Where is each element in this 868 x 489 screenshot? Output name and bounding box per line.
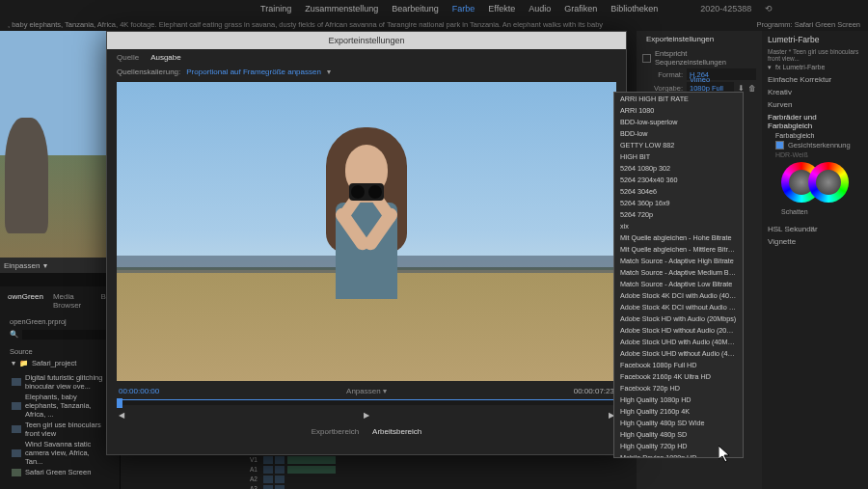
- preset-option[interactable]: Facebook 1080p Full HD: [614, 359, 743, 370]
- ws-tab[interactable]: Audio: [529, 4, 551, 14]
- preset-option[interactable]: xix: [614, 220, 743, 231]
- preset-option[interactable]: Adobe Stock 4K DCI with Audio (40Mbps): [614, 289, 743, 301]
- match-sequence-checkbox[interactable]: [642, 54, 651, 63]
- track-toggle[interactable]: [263, 475, 273, 483]
- project-item[interactable]: Safari Green Screen: [4, 467, 116, 477]
- search-input[interactable]: [22, 330, 110, 340]
- preset-option[interactable]: 5264 360p 16x9: [614, 197, 743, 208]
- lumetri-section[interactable]: Kurven: [768, 98, 862, 111]
- in-point-icon[interactable]: ◀: [119, 411, 124, 420]
- track-label[interactable]: A3: [245, 485, 262, 489]
- track-label[interactable]: A1: [245, 466, 262, 473]
- track-toggle[interactable]: [263, 485, 273, 490]
- preset-option[interactable]: High Quality 480p SD: [614, 428, 743, 440]
- preset-option[interactable]: High Quality 2160p 4K: [614, 405, 743, 417]
- lumetri-section[interactable]: Einfache Korrektur: [768, 73, 862, 86]
- project-item[interactable]: Wind Savanna static camera view, Africa,…: [4, 439, 116, 467]
- dialog-titlebar[interactable]: Exporteinstellungen: [107, 32, 626, 49]
- ws-tab[interactable]: Grafiken: [564, 4, 597, 14]
- project-item[interactable]: Digital futuristic glitching binocular v…: [4, 372, 116, 392]
- color-wheel-mid[interactable]: [808, 162, 849, 203]
- track-toggle[interactable]: [263, 466, 273, 474]
- ws-tab[interactable]: Zusammenstellung: [305, 4, 378, 14]
- preset-option[interactable]: Mit Quelle abgleichen - Hohe Bitrate: [614, 231, 743, 243]
- video-track[interactable]: V1: [245, 455, 652, 464]
- range-tab[interactable]: Arbeitsbereich: [372, 427, 421, 436]
- audio-track[interactable]: A1: [245, 465, 652, 474]
- play-icon[interactable]: ▶: [364, 411, 369, 420]
- sync-icon[interactable]: ⟲: [765, 4, 773, 14]
- tab-output[interactable]: Ausgabe: [150, 53, 181, 62]
- project-item[interactable]: Elephants, baby elephants, Tanzania, Afr…: [4, 392, 116, 420]
- ws-tab[interactable]: Farbe: [452, 4, 475, 14]
- preset-option[interactable]: GETTY LOW 882: [614, 139, 743, 150]
- chevron-down-icon[interactable]: ▾: [43, 261, 47, 270]
- fit-dropdown[interactable]: Anpassen ▾: [346, 387, 387, 395]
- scrub-bar[interactable]: [117, 399, 616, 405]
- preset-option[interactable]: High Quality 1080p HD: [614, 394, 743, 405]
- preset-option[interactable]: 5264 2304x40 360: [614, 174, 743, 185]
- preset-option[interactable]: Match Source - Adaptive Medium Bitrate: [614, 266, 743, 278]
- panel-tab[interactable]: ownGreen: [8, 292, 43, 310]
- preset-option[interactable]: High Quality 480p SD Wide: [614, 417, 743, 428]
- search-icon[interactable]: 🔍: [10, 330, 18, 340]
- preset-option[interactable]: Adobe Stock HD without Audio (20Mbps): [614, 324, 743, 336]
- timecode-in[interactable]: 00:00:00:00: [119, 387, 159, 395]
- audio-track[interactable]: A2: [245, 475, 652, 483]
- project-item[interactable]: Teen girl use binoculars front view: [4, 420, 116, 439]
- track-toggle[interactable]: [275, 485, 285, 490]
- lumetri-section[interactable]: Kreativ: [768, 86, 862, 98]
- track-label[interactable]: V1: [245, 456, 262, 463]
- preset-dropdown-list[interactable]: ARRI HIGH BIT RATEARRI 1080BDD-low-super…: [613, 92, 744, 458]
- preset-option[interactable]: Adobe Stock UHD without Audio (40Mbps): [614, 347, 743, 359]
- preset-option[interactable]: 5264 304e6: [614, 185, 743, 197]
- preset-option[interactable]: Mobile Device 1080p HD: [614, 451, 743, 458]
- lumetri-section[interactable]: HSL Sekundär: [768, 223, 862, 235]
- lumetri-section[interactable]: Farbräder und Farbabgleich: [768, 111, 862, 132]
- lumetri-section[interactable]: Vignette: [768, 235, 862, 248]
- track-toggle[interactable]: [275, 466, 285, 474]
- preset-option[interactable]: ARRI 1080: [614, 104, 743, 116]
- track-label[interactable]: A2: [245, 475, 262, 482]
- column-header[interactable]: Source: [4, 345, 116, 358]
- chevron-down-icon[interactable]: ▾: [768, 64, 772, 71]
- scale-dropdown[interactable]: Proportional auf Framegröße anpassen: [186, 68, 321, 76]
- ws-tab[interactable]: Training: [260, 4, 291, 14]
- preset-option[interactable]: ARRI HIGH BIT RATE: [614, 93, 743, 104]
- chevron-down-icon[interactable]: ▾: [327, 68, 331, 76]
- source-controls[interactable]: [0, 273, 120, 286]
- preset-option[interactable]: Facebook 720p HD: [614, 382, 743, 394]
- preset-option[interactable]: BDD-low: [614, 127, 743, 139]
- delete-preset-icon[interactable]: 🗑: [748, 84, 756, 93]
- playhead[interactable]: [117, 398, 122, 408]
- preset-option[interactable]: Match Source - Adaptive Low Bitrate: [614, 278, 743, 289]
- preset-option[interactable]: Mit Quelle abgleichen - Mittlere Bitrate: [614, 243, 743, 255]
- track-toggle[interactable]: [275, 456, 285, 464]
- clip[interactable]: [287, 456, 336, 464]
- panel-tab[interactable]: Media Browser: [53, 292, 92, 310]
- clip[interactable]: [287, 466, 336, 474]
- preset-option[interactable]: Adobe Stock HD with Audio (20Mbps): [614, 312, 743, 324]
- fit-dropdown[interactable]: Einpassen: [4, 261, 40, 270]
- preset-option[interactable]: BDD-low-superlow: [614, 116, 743, 127]
- face-detect-checkbox[interactable]: [775, 141, 784, 149]
- ws-tab[interactable]: Effekte: [488, 4, 515, 14]
- preset-option[interactable]: 5264 1080p 302: [614, 162, 743, 174]
- output-preview[interactable]: [117, 82, 616, 381]
- preset-option[interactable]: HIGH BIT: [614, 150, 743, 162]
- preset-option[interactable]: High Quality 720p HD: [614, 440, 743, 451]
- ws-tab[interactable]: Bibliotheken: [610, 4, 658, 14]
- audio-track[interactable]: A3: [245, 484, 652, 489]
- tab-source[interactable]: Quelle: [117, 53, 139, 62]
- track-toggle[interactable]: [263, 456, 273, 464]
- source-monitor[interactable]: [0, 31, 120, 258]
- bin-folder[interactable]: ▾📁Safari_project: [4, 358, 116, 368]
- preset-option[interactable]: Adobe Stock 4K DCI without Audio (40Mbps…: [614, 301, 743, 312]
- range-tab[interactable]: Exportbereich: [312, 427, 359, 436]
- timecode-out[interactable]: 00:00:07:23: [574, 387, 614, 395]
- ws-tab[interactable]: Bearbeitung: [392, 4, 439, 14]
- preset-option[interactable]: Facebook 2160p 4K Ultra HD: [614, 370, 743, 382]
- preset-option[interactable]: 5264 720p: [614, 208, 743, 220]
- preset-option[interactable]: Adobe Stock UHD with Audio (40Mbps): [614, 336, 743, 347]
- preset-option[interactable]: Match Source - Adaptive High Bitrate: [614, 255, 743, 266]
